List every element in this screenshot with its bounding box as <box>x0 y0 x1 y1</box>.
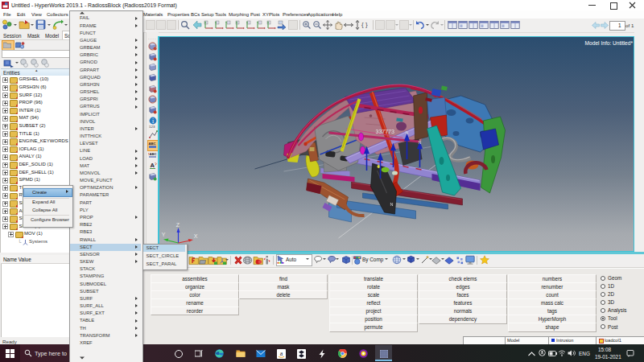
svg-text:N: N <box>405 130 408 135</box>
svg-text:i: i <box>152 117 154 124</box>
svg-text:N: N <box>418 140 421 145</box>
svg-text:X: X <box>194 233 198 239</box>
svg-text:337773: 337773 <box>375 129 394 134</box>
svg-text:a: a <box>279 350 283 357</box>
svg-text:N: N <box>390 202 393 207</box>
svg-text:Z: Z <box>176 222 180 228</box>
svg-text:A: A <box>151 162 155 169</box>
svg-text:Y: Y <box>162 232 166 237</box>
